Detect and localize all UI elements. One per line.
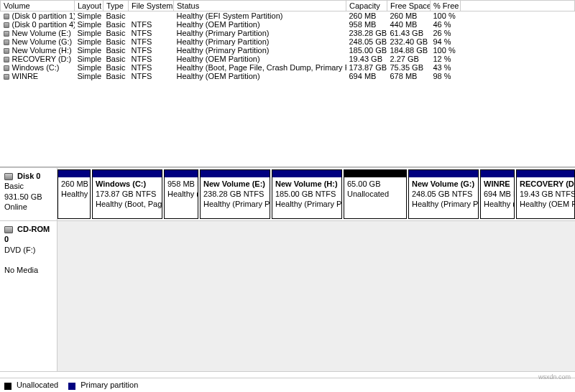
vol-fs: NTFS xyxy=(129,46,174,55)
disk-row-disk0: Disk 0 Basic 931.50 GB Online 260 MBHeal… xyxy=(0,167,575,221)
disk0-state: Online xyxy=(4,202,27,211)
col-type[interactable]: Type xyxy=(104,1,129,11)
table-row[interactable]: New Volume (G:)SimpleBasicNTFSHealthy (P… xyxy=(1,37,575,46)
partition-header xyxy=(165,170,198,177)
col-fs[interactable]: File System xyxy=(129,1,174,11)
partition-box[interactable]: New Volume (E:)238.28 GB NTFSHealthy (Pr… xyxy=(200,169,270,219)
col-layout[interactable]: Layout xyxy=(75,1,104,11)
partition-status: Healthy xyxy=(61,190,87,200)
vol-fs: NTFS xyxy=(129,63,174,72)
volume-table[interactable]: Volume Layout Type File System Status Ca… xyxy=(0,0,575,80)
partition-size: 958 MB N xyxy=(167,179,195,190)
vol-name: (Disk 0 partition 4) xyxy=(12,20,75,29)
col-capacity[interactable]: Capacity xyxy=(346,1,387,11)
swatch-primary xyxy=(68,383,75,390)
cdrom-label[interactable]: CD-ROM 0 DVD (F:) No Media xyxy=(0,221,58,371)
vol-capacity: 19.43 GB xyxy=(346,55,387,63)
vol-pctfree: 46 % xyxy=(431,20,461,29)
col-status[interactable]: Status xyxy=(174,1,346,11)
vol-pctfree: 26 % xyxy=(431,29,461,37)
partition-box[interactable]: WINRE694 MB NHealthy ( xyxy=(480,169,515,219)
vol-layout: Simple xyxy=(75,20,104,29)
vol-type: Basic xyxy=(104,29,129,37)
volume-icon xyxy=(4,22,9,28)
col-free[interactable]: Free Space xyxy=(387,1,431,11)
table-header-row[interactable]: Volume Layout Type File System Status Ca… xyxy=(1,1,575,11)
vol-type: Basic xyxy=(104,63,129,72)
partition-header xyxy=(517,170,574,177)
partition-size: 694 MB N xyxy=(484,190,511,200)
vol-fs: NTFS xyxy=(129,20,174,29)
volume-icon xyxy=(4,39,9,45)
vol-layout: Simple xyxy=(75,72,104,80)
partition-box[interactable]: RECOVERY (D:)19.43 GB NTFSHealthy (OEM P xyxy=(516,169,575,219)
vol-type: Basic xyxy=(104,46,129,55)
vol-name: New Volume (G:) xyxy=(12,37,73,46)
vol-free: 184.88 GB xyxy=(387,46,431,55)
partition-status: Healthy (Primary Pa xyxy=(203,200,267,210)
partition-name: New Volume (H:) xyxy=(275,179,339,190)
vol-name: RECOVERY (D:) xyxy=(12,55,72,63)
vol-fs: NTFS xyxy=(129,37,174,46)
vol-layout: Simple xyxy=(75,46,104,55)
partition-size: 19.43 GB NTFS xyxy=(520,190,571,200)
table-row[interactable]: (Disk 0 partition 4)SimpleBasicNTFSHealt… xyxy=(1,20,575,29)
partition-name: RECOVERY (D:) xyxy=(520,179,571,190)
partition-status: Healthy ( xyxy=(167,190,195,200)
vol-free: 232.40 GB xyxy=(387,37,431,46)
partition-body: New Volume (G:)248.05 GB NTFSHealthy (Pr… xyxy=(409,177,478,211)
partition-box[interactable]: 65.00 GBUnallocated xyxy=(344,169,407,219)
volume-icon xyxy=(4,74,9,80)
vol-pctfree: 43 % xyxy=(431,63,461,72)
legend-primary: Primary partition xyxy=(68,381,138,389)
partition-header xyxy=(409,170,478,177)
volume-icon xyxy=(4,57,9,62)
table-row[interactable]: Windows (C:)SimpleBasicNTFSHealthy (Boot… xyxy=(1,63,575,72)
vol-fs: NTFS xyxy=(129,55,174,63)
vol-status: Healthy (EFI System Partition) xyxy=(174,11,346,21)
disk-graph-pane: Disk 0 Basic 931.50 GB Online 260 MBHeal… xyxy=(0,167,575,378)
partition-body: RECOVERY (D:)19.43 GB NTFSHealthy (OEM P xyxy=(517,177,574,211)
partition-header xyxy=(272,170,341,177)
col-volume[interactable]: Volume xyxy=(1,1,75,11)
volume-icon xyxy=(4,31,9,37)
vol-type: Basic xyxy=(104,37,129,46)
partition-name: WINRE xyxy=(484,179,511,190)
partition-box[interactable]: New Volume (H:)185.00 GB NTFSHealthy (Pr… xyxy=(272,169,342,219)
vol-name: Windows (C:) xyxy=(12,63,60,72)
partition-box[interactable]: New Volume (G:)248.05 GB NTFSHealthy (Pr… xyxy=(408,169,479,219)
partition-size: 173.87 GB NTFS xyxy=(96,190,159,200)
partition-box[interactable]: Windows (C:)173.87 GB NTFSHealthy (Boot,… xyxy=(92,169,162,219)
cdrom-icon xyxy=(4,226,13,233)
disk0-label[interactable]: Disk 0 Basic 931.50 GB Online xyxy=(0,168,58,220)
table-row[interactable]: New Volume (H:)SimpleBasicNTFSHealthy (P… xyxy=(1,46,575,55)
volume-icon xyxy=(4,14,9,19)
table-row[interactable]: WINRESimpleBasicNTFSHealthy (OEM Partiti… xyxy=(1,72,575,80)
disk0-partition-strip: 260 MBHealthyWindows (C:)173.87 GB NTFSH… xyxy=(58,168,575,220)
partition-name: New Volume (E:) xyxy=(203,179,267,190)
vol-type: Basic xyxy=(104,11,129,21)
col-pctfree[interactable]: % Free xyxy=(431,1,461,11)
vol-pctfree: 94 % xyxy=(431,37,461,46)
vol-free: 440 MB xyxy=(387,20,431,29)
vol-name: (Disk 0 partition 1) xyxy=(12,11,75,20)
partition-box[interactable]: 260 MBHealthy xyxy=(58,169,91,219)
partition-body: 260 MBHealthy xyxy=(58,177,90,202)
partition-box[interactable]: 958 MB NHealthy ( xyxy=(164,169,198,219)
vol-name: New Volume (E:) xyxy=(12,29,72,37)
vol-status: Healthy (Boot, Page File, Crash Dump, Pr… xyxy=(174,63,346,72)
table-row[interactable]: (Disk 0 partition 1)SimpleBasicHealthy (… xyxy=(1,11,575,21)
legend-unallocated: Unallocated xyxy=(4,381,58,389)
vol-capacity: 238.28 GB xyxy=(346,29,387,37)
vol-fs: NTFS xyxy=(129,29,174,37)
vol-type: Basic xyxy=(104,72,129,80)
disk0-type: Basic xyxy=(4,182,24,190)
partition-body: WINRE694 MB NHealthy ( xyxy=(481,177,514,211)
disk0-size: 931.50 GB xyxy=(4,192,42,201)
partition-header xyxy=(58,170,90,177)
disk-icon xyxy=(4,173,13,180)
table-row[interactable]: RECOVERY (D:)SimpleBasicNTFSHealthy (OEM… xyxy=(1,55,575,63)
legend: Unallocated Primary partition xyxy=(0,378,575,392)
vol-free: 61.43 GB xyxy=(387,29,431,37)
table-row[interactable]: New Volume (E:)SimpleBasicNTFSHealthy (P… xyxy=(1,29,575,37)
